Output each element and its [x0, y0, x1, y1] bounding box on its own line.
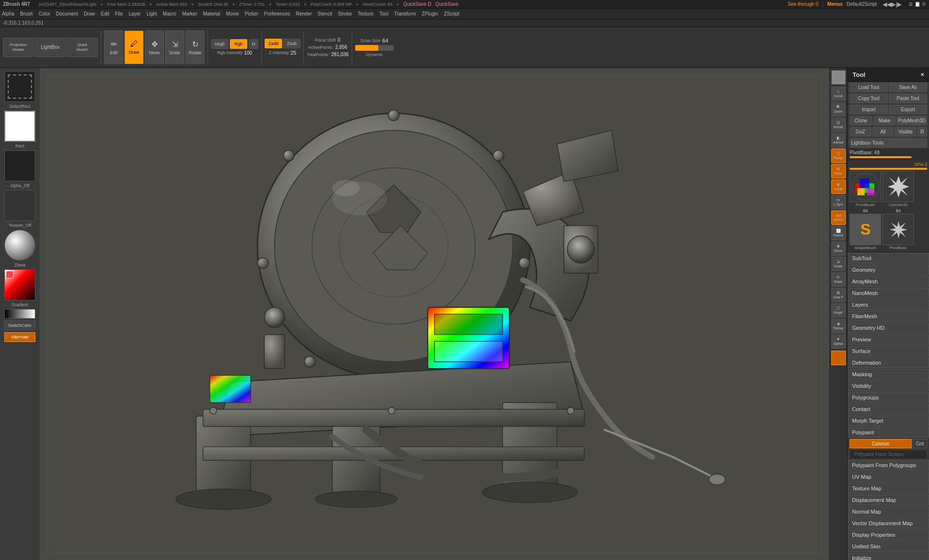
- layers-button[interactable]: Layers: [848, 299, 929, 310]
- grd-button[interactable]: Grd: [913, 439, 927, 448]
- alternate-button[interactable]: Alternate: [4, 332, 35, 342]
- vector-displacement-map-button[interactable]: Vector Displacement Map: [848, 518, 929, 529]
- normal-map-button[interactable]: Normal Map: [848, 506, 929, 517]
- m-button[interactable]: M: [249, 39, 258, 49]
- rotate-button[interactable]: ↻ Rotate: [185, 30, 205, 64]
- zadd-button[interactable]: Zadd: [265, 39, 282, 48]
- menu-color[interactable]: Color: [39, 11, 50, 16]
- floor-button[interactable]: ⊟ Floor: [831, 164, 846, 178]
- color-bottom-swatch[interactable]: [831, 351, 846, 365]
- quick-sketch-button[interactable]: QuickSketch: [67, 38, 98, 57]
- menu-draw[interactable]: Draw: [84, 11, 95, 16]
- load-tool-button[interactable]: Load Tool: [850, 83, 888, 92]
- projection-master-button[interactable]: ProjectionMaster: [3, 38, 34, 57]
- array-mesh-button[interactable]: ArrayMesh: [848, 276, 929, 287]
- goz-button[interactable]: GoZ: [850, 127, 871, 136]
- paste-tool-button[interactable]: Paste Tool: [889, 94, 927, 103]
- xpose-button[interactable]: ✦ Xpose: [831, 334, 846, 349]
- scale-button[interactable]: ⇲ Scale: [165, 30, 184, 64]
- geometry-hd-button[interactable]: Geometry HD: [848, 323, 929, 333]
- dynamic-label[interactable]: Dynamic: [366, 52, 383, 57]
- polygroups-button[interactable]: Polygroups: [848, 392, 929, 403]
- visible-button[interactable]: Visible: [895, 127, 916, 136]
- fiber-mesh-button[interactable]: FiberMesh: [848, 311, 929, 322]
- alpha-off-preview[interactable]: [4, 150, 35, 181]
- menu-picker[interactable]: Picker: [245, 11, 258, 16]
- gradient-swatch[interactable]: [4, 309, 35, 319]
- save-as-button[interactable]: Save As: [889, 83, 927, 92]
- display-properties-button[interactable]: Display Properties: [848, 530, 929, 540]
- menus-label[interactable]: Menus: [827, 1, 843, 7]
- menu-zscript[interactable]: ZScript: [444, 11, 460, 16]
- make-button[interactable]: Make: [873, 116, 896, 125]
- gxyz-button[interactable]: xyz GXYZ: [831, 210, 846, 225]
- draw-size-slider[interactable]: [355, 45, 394, 51]
- preview-button[interactable]: Preview: [848, 334, 929, 345]
- texture-off-preview[interactable]: [4, 190, 35, 221]
- actual-button[interactable]: ⊡ Actual: [831, 118, 846, 132]
- contact-button[interactable]: Contact: [848, 404, 929, 414]
- r-button[interactable]: R: [917, 127, 927, 136]
- canvas-area[interactable]: [40, 68, 829, 560]
- alpha-preview[interactable]: [4, 71, 35, 102]
- lsym-button[interactable]: ⇔ L.Sym: [831, 195, 846, 209]
- menu-texture[interactable]: Texture: [358, 11, 374, 16]
- edit-button[interactable]: ✏ Edit: [104, 30, 123, 64]
- persp-button[interactable]: ⬡ Persp: [831, 148, 846, 163]
- copy-tool-button[interactable]: Copy Tool: [850, 94, 888, 103]
- visibility-button[interactable]: Visibility: [848, 381, 929, 391]
- all-button[interactable]: All: [872, 127, 894, 136]
- script-label[interactable]: Default2Script: [847, 1, 877, 7]
- colorize-button[interactable]: Colorize: [850, 439, 912, 448]
- material-icon-swatch[interactable]: [831, 70, 846, 85]
- masking-button[interactable]: Masking: [848, 369, 929, 380]
- color-picker[interactable]: [4, 269, 35, 300]
- cylinder3d-thumb[interactable]: Cylinder3D: [883, 171, 914, 207]
- import-button[interactable]: Import: [850, 105, 888, 114]
- menu-stroke[interactable]: Stroke: [338, 11, 352, 16]
- unified-skin-button[interactable]: Unified Skin: [848, 541, 929, 552]
- panel-close-icon[interactable]: ✕: [920, 72, 924, 77]
- menu-edit[interactable]: Edit: [101, 11, 109, 16]
- menu-tool[interactable]: Tool: [379, 11, 388, 16]
- polypaint-button[interactable]: Polypaint: [848, 427, 929, 438]
- front-brush-thumb[interactable]: FrontBrush: [850, 171, 881, 207]
- lightbox-tools-button[interactable]: Lightbox› Tools: [850, 138, 927, 147]
- polymesh-button[interactable]: PolyMesh3D: [897, 116, 927, 125]
- scroll-button[interactable]: ⤡ Scroll: [831, 87, 846, 101]
- export-button[interactable]: Export: [889, 105, 927, 114]
- local-button[interactable]: ⊕ Local: [831, 179, 846, 194]
- menu-transform[interactable]: Transform: [394, 11, 416, 16]
- menu-alpha[interactable]: Alpha: [2, 11, 15, 16]
- menu-zplugin[interactable]: ZPlugin: [422, 11, 438, 16]
- scale-icon-button[interactable]: ⇲ Scale: [831, 257, 846, 271]
- menu-render[interactable]: Render: [296, 11, 312, 16]
- menu-preferences[interactable]: Preferences: [264, 11, 290, 16]
- move-button[interactable]: ✥ Move: [145, 30, 164, 64]
- transp-button[interactable]: ◈ Transp: [831, 319, 846, 333]
- move-icon-button[interactable]: ✥ Move: [831, 241, 846, 256]
- texture-map-button[interactable]: Texture Map: [848, 483, 929, 494]
- rgb-button[interactable]: Rgb: [230, 39, 247, 49]
- menu-layer[interactable]: Layer: [129, 11, 141, 16]
- viewport[interactable]: [47, 75, 822, 553]
- simple-brush-thumb[interactable]: S SimpleBrush: [850, 214, 881, 250]
- menu-material[interactable]: Material: [203, 11, 221, 16]
- menu-stencil[interactable]: Stencil: [317, 11, 332, 16]
- polypaint-from-polygroups-button[interactable]: Polypaint From Polygroups: [848, 460, 929, 471]
- see-through-label[interactable]: See-through 0: [788, 1, 818, 7]
- quick-save-label[interactable]: QuickSave D: [403, 1, 431, 7]
- morph-target-button[interactable]: Morph Target: [848, 415, 929, 426]
- zoom-button[interactable]: 🔍 Zoom: [831, 102, 846, 117]
- rect-preview[interactable]: [4, 111, 35, 142]
- menu-movie[interactable]: Movie: [226, 11, 239, 16]
- pivot-slider[interactable]: [850, 156, 912, 158]
- material-preview[interactable]: [4, 230, 35, 261]
- pivot-base-thumb[interactable]: PivotBase: [883, 214, 914, 250]
- subtool-button[interactable]: SubTool: [848, 253, 929, 264]
- mrgb-button[interactable]: Mrgb: [211, 39, 228, 49]
- lightbox-button[interactable]: LightBox: [35, 38, 66, 57]
- clone-button[interactable]: Clone: [850, 116, 872, 125]
- menu-brush[interactable]: Brush: [20, 11, 33, 16]
- frame-button[interactable]: ⬜ Frame: [831, 226, 846, 240]
